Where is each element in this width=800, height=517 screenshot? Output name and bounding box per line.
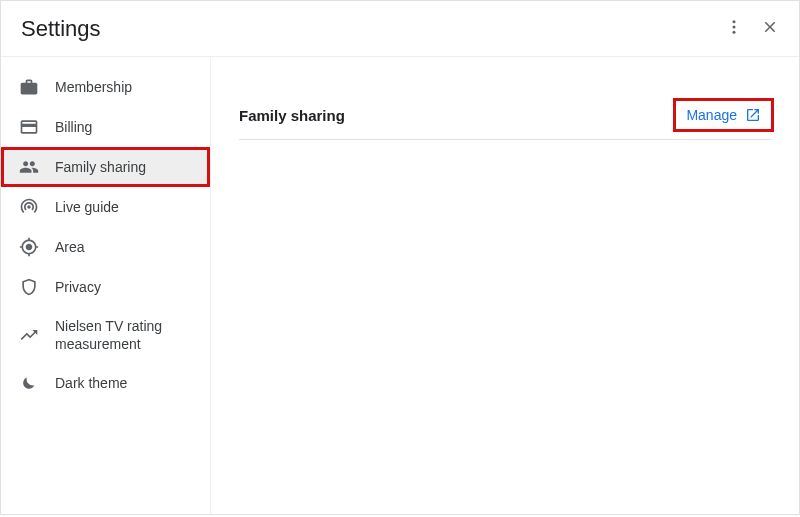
sidebar: Membership Billing Family sharing Live g… xyxy=(1,57,211,514)
sidebar-item-area[interactable]: Area xyxy=(1,227,210,267)
sidebar-item-nielsen[interactable]: Nielsen TV rating measurement xyxy=(1,307,210,363)
sidebar-item-label: Nielsen TV rating measurement xyxy=(55,317,196,353)
header-actions xyxy=(725,18,779,40)
trending-up-icon xyxy=(19,325,39,345)
moon-icon xyxy=(19,373,39,393)
svg-point-1 xyxy=(733,25,736,28)
section-family-sharing: Family sharing Manage xyxy=(239,101,771,140)
sidebar-item-label: Family sharing xyxy=(55,158,146,176)
shield-icon xyxy=(19,277,39,297)
sidebar-item-membership[interactable]: Membership xyxy=(1,67,210,107)
manage-link-label: Manage xyxy=(686,107,737,123)
sidebar-item-label: Dark theme xyxy=(55,374,127,392)
close-icon xyxy=(761,18,779,36)
page-title: Settings xyxy=(21,16,101,42)
svg-point-0 xyxy=(733,20,736,23)
main-content: Family sharing Manage xyxy=(211,57,799,514)
manage-link[interactable]: Manage xyxy=(676,101,771,129)
briefcase-icon xyxy=(19,77,39,97)
more-options-button[interactable] xyxy=(725,18,743,40)
credit-card-icon xyxy=(19,117,39,137)
section-title: Family sharing xyxy=(239,107,345,124)
sidebar-item-privacy[interactable]: Privacy xyxy=(1,267,210,307)
sidebar-item-label: Live guide xyxy=(55,198,119,216)
close-button[interactable] xyxy=(761,18,779,40)
sidebar-item-family-sharing[interactable]: Family sharing xyxy=(1,147,210,187)
sidebar-item-billing[interactable]: Billing xyxy=(1,107,210,147)
people-icon xyxy=(19,157,39,177)
broadcast-icon xyxy=(19,197,39,217)
open-in-new-icon xyxy=(745,107,761,123)
header: Settings xyxy=(1,1,799,57)
more-vert-icon xyxy=(725,18,743,36)
sidebar-item-label: Billing xyxy=(55,118,92,136)
svg-point-2 xyxy=(733,30,736,33)
sidebar-item-dark-theme[interactable]: Dark theme xyxy=(1,363,210,403)
sidebar-item-label: Privacy xyxy=(55,278,101,296)
location-target-icon xyxy=(19,237,39,257)
sidebar-item-live-guide[interactable]: Live guide xyxy=(1,187,210,227)
sidebar-item-label: Area xyxy=(55,238,85,256)
sidebar-item-label: Membership xyxy=(55,78,132,96)
